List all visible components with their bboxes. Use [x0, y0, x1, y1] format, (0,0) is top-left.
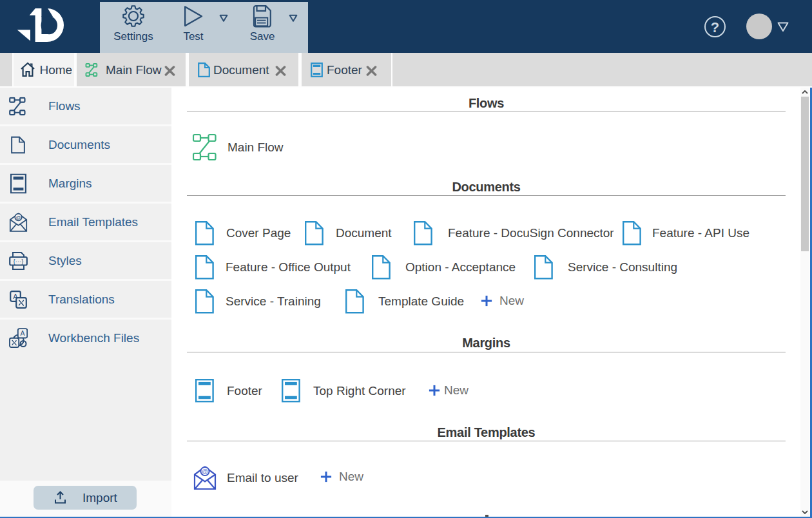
svg-text:?: ? — [711, 19, 719, 35]
svg-text:@: @ — [15, 214, 21, 220]
svg-text:A: A — [20, 329, 24, 337]
svg-text:{···}: {···} — [14, 257, 24, 264]
svg-text:@: @ — [202, 468, 208, 475]
